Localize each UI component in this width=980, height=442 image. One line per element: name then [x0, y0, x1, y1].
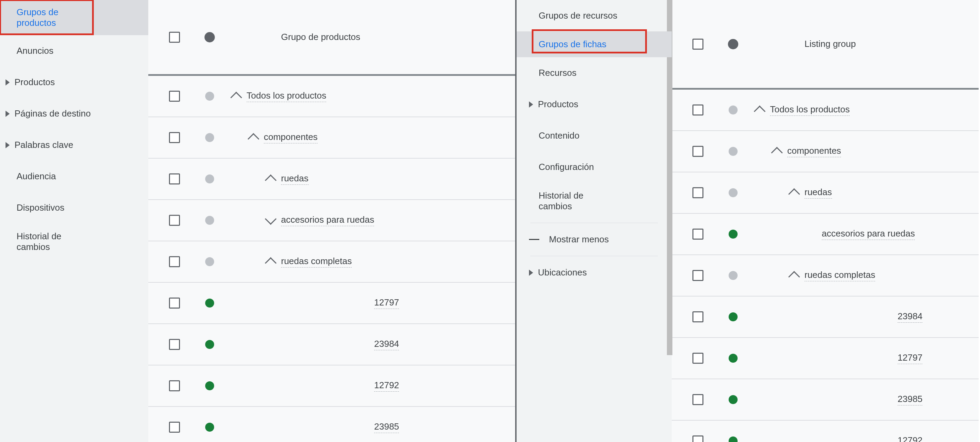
- row-checkbox[interactable]: [692, 270, 703, 281]
- table-row[interactable]: ruedas: [672, 172, 978, 214]
- table-row[interactable]: Todos los productos: [672, 90, 978, 131]
- table-row[interactable]: ruedas completas: [672, 255, 978, 297]
- sidebar-item-recursos[interactable]: Recursos: [517, 57, 672, 89]
- row-checkbox[interactable]: [169, 215, 180, 226]
- chevron-up-icon[interactable]: [248, 133, 259, 145]
- row-checkbox[interactable]: [169, 339, 180, 350]
- row-checkbox[interactable]: [169, 297, 180, 308]
- row-label[interactable]: 12797: [374, 297, 399, 309]
- table-row[interactable]: 12797: [148, 283, 515, 324]
- sidebar-item-ubicaciones[interactable]: Ubicaciones: [517, 257, 672, 288]
- sidebar-item-anuncios[interactable]: Anuncios: [0, 35, 148, 67]
- row-checkbox[interactable]: [169, 91, 180, 102]
- row-checkbox[interactable]: [169, 256, 180, 267]
- row-checkbox[interactable]: [169, 380, 180, 391]
- sidebar-item-grupos-productos[interactable]: Grupos de productos: [0, 0, 148, 35]
- row-label[interactable]: Todos los productos: [247, 90, 326, 102]
- table-row[interactable]: 23984: [148, 324, 515, 366]
- row-checkbox[interactable]: [692, 436, 703, 442]
- chevron-up-icon[interactable]: [788, 271, 800, 283]
- sidebar-right: Grupos de recursos Grupos de fichas Recu…: [517, 0, 672, 442]
- row-checkbox[interactable]: [169, 173, 180, 184]
- sidebar-item-label: Contenido: [536, 130, 580, 141]
- sidebar-item-historial-cambios-r[interactable]: Historial de cambios: [517, 183, 672, 222]
- row-checkbox[interactable]: [692, 311, 703, 322]
- table-row[interactable]: 23985: [672, 379, 978, 421]
- chevron-up-icon[interactable]: [265, 175, 277, 186]
- chevron-up-icon[interactable]: [230, 92, 242, 103]
- table-row[interactable]: Todos los productos: [148, 76, 515, 117]
- row-checkbox[interactable]: [692, 146, 703, 157]
- row-label[interactable]: 12792: [374, 380, 399, 392]
- row-checkbox[interactable]: [692, 353, 703, 364]
- sidebar-item-dispositivos[interactable]: Dispositivos: [0, 192, 148, 223]
- table-row[interactable]: ruedas completas: [148, 241, 515, 283]
- table-row[interactable]: accesorios para ruedas: [148, 200, 515, 241]
- chevron-right-icon: [3, 111, 13, 117]
- sidebar-item-configuracion[interactable]: Configuración: [517, 151, 672, 183]
- table-row[interactable]: 12797: [672, 338, 978, 379]
- row-checkbox[interactable]: [692, 229, 703, 240]
- row-label[interactable]: ruedas: [281, 173, 309, 185]
- minus-icon: [529, 239, 539, 240]
- chevron-down-icon[interactable]: [265, 213, 277, 225]
- row-label[interactable]: Todos los productos: [770, 104, 850, 116]
- status-dot-header-icon: [728, 39, 738, 49]
- sidebar-item-audiencia[interactable]: Audiencia: [0, 161, 148, 192]
- row-checkbox[interactable]: [692, 105, 703, 116]
- show-less-toggle[interactable]: Mostrar menos: [517, 224, 672, 255]
- chevron-up-icon[interactable]: [771, 147, 783, 159]
- panel-left: Grupos de productos Anuncios Productos P…: [0, 0, 517, 442]
- sidebar-item-label: Grupos de productos: [14, 7, 90, 28]
- sidebar-item-label: Productos: [13, 77, 55, 87]
- row-label[interactable]: accesorios para ruedas: [822, 228, 915, 240]
- sidebar-item-palabras-clave[interactable]: Palabras clave: [0, 129, 148, 161]
- sidebar-item-productos[interactable]: Productos: [0, 67, 148, 98]
- table-row[interactable]: accesorios para ruedas: [672, 214, 978, 255]
- sidebar-item-contenido[interactable]: Contenido: [517, 120, 672, 151]
- chevron-up-icon[interactable]: [754, 105, 765, 117]
- sidebar-item-grupos-fichas[interactable]: Grupos de fichas: [517, 31, 672, 57]
- row-checkbox[interactable]: [692, 187, 703, 198]
- table-row[interactable]: ruedas: [148, 159, 515, 200]
- chevron-up-icon[interactable]: [788, 188, 800, 200]
- row-label[interactable]: 12792: [897, 435, 923, 442]
- row-checkbox[interactable]: [169, 132, 180, 143]
- select-all-checkbox[interactable]: [692, 39, 703, 50]
- column-header: Listing group: [805, 39, 856, 49]
- row-label[interactable]: 12797: [897, 352, 923, 364]
- table-row[interactable]: 12792: [672, 421, 978, 442]
- chevron-up-icon[interactable]: [265, 257, 277, 269]
- column-header: Grupo de productos: [281, 32, 360, 42]
- status-dot-enabled-icon: [729, 354, 738, 363]
- content-right: Listing group Todos los productoscompone…: [672, 0, 978, 442]
- sidebar-item-paginas-destino[interactable]: Páginas de destino: [0, 98, 148, 129]
- chevron-right-icon: [526, 270, 536, 276]
- row-label[interactable]: 23984: [897, 311, 923, 323]
- sidebar-item-grupos-recursos[interactable]: Grupos de recursos: [517, 0, 672, 31]
- row-label[interactable]: 23985: [374, 421, 399, 433]
- row-label[interactable]: componentes: [264, 132, 318, 143]
- sidebar-item-label: Grupos de recursos: [536, 10, 617, 21]
- status-dot-header-icon: [204, 32, 215, 42]
- row-checkbox[interactable]: [692, 394, 703, 405]
- select-all-checkbox[interactable]: [169, 32, 180, 43]
- table-row[interactable]: 23984: [672, 297, 978, 338]
- table-row[interactable]: componentes: [672, 131, 978, 172]
- row-label[interactable]: 23985: [897, 394, 923, 405]
- table-row[interactable]: 23985: [148, 407, 515, 442]
- row-label[interactable]: ruedas completas: [281, 256, 352, 267]
- row-checkbox[interactable]: [169, 422, 180, 433]
- table-row[interactable]: 12792: [148, 366, 515, 407]
- sidebar-item-historial-cambios[interactable]: Historial de cambios: [0, 223, 148, 263]
- row-label[interactable]: componentes: [787, 145, 841, 157]
- sidebar-item-productos-r[interactable]: Productos: [517, 89, 672, 120]
- sidebar-item-label: Grupos de fichas: [536, 39, 606, 50]
- row-label[interactable]: 23984: [374, 339, 399, 350]
- chevron-right-icon: [3, 79, 13, 86]
- table-row[interactable]: componentes: [148, 117, 515, 159]
- row-label[interactable]: ruedas: [805, 187, 832, 199]
- row-label[interactable]: ruedas completas: [805, 270, 875, 281]
- row-label[interactable]: accesorios para ruedas: [281, 215, 374, 226]
- sidebar-item-label: Ubicaciones: [536, 267, 587, 278]
